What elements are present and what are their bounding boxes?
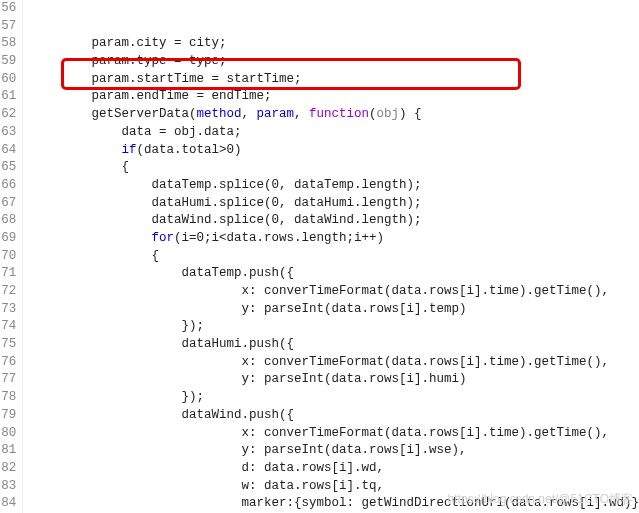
line-number: 63 [0,124,16,142]
code-line[interactable]: { [31,159,639,177]
code-token: dataTemp.push({ [181,266,294,280]
code-line[interactable]: dataWind.push({ [31,407,639,425]
line-number: 83 [0,478,16,496]
code-token: function [309,107,369,121]
code-line[interactable]: x: converTimeFormat(data.rows[i].time).g… [31,283,639,301]
code-line[interactable]: param.startTime = startTime; [31,71,639,89]
code-line[interactable]: param.endTime = endTime; [31,88,639,106]
code-token: dataWind.push({ [181,408,294,422]
line-number: 57 [0,18,16,36]
code-token: marker:{symbol: getWindDirectionUrl(data… [241,496,639,510]
code-token: , [294,107,309,121]
code-line[interactable]: y: parseInt(data.rows[i].humi) [31,371,639,389]
code-line[interactable]: { [31,248,639,266]
line-number-gutter: 5657585960616263646566676869707172737475… [0,0,23,513]
code-token: param.type = type; [91,54,226,68]
code-line[interactable]: dataHumi.push({ [31,336,639,354]
line-number: 84 [0,495,16,513]
code-line[interactable]: y: parseInt(data.rows[i].temp) [31,301,639,319]
line-number: 73 [0,301,16,319]
line-number: 69 [0,230,16,248]
code-token: param.startTime = startTime; [91,72,301,86]
line-number: 59 [0,53,16,71]
line-number: 66 [0,177,16,195]
code-token: data = obj.data; [121,125,241,139]
line-number: 56 [0,0,16,18]
line-number: 74 [0,318,16,336]
code-line[interactable]: y: parseInt(data.rows[i].wse), [31,442,639,460]
code-token: x: converTimeFormat(data.rows[i].time).g… [241,426,609,440]
line-number: 61 [0,88,16,106]
line-number: 60 [0,71,16,89]
code-token: w: data.rows[i].tq, [241,479,384,493]
code-line[interactable]: }); [31,389,639,407]
code-token: ( [369,107,377,121]
line-number: 72 [0,283,16,301]
code-token: (data.total>0) [136,143,241,157]
code-token: for [151,231,174,245]
line-number: 76 [0,354,16,372]
line-number: 67 [0,195,16,213]
code-line[interactable]: param.city = city; [31,35,639,53]
line-number: 58 [0,35,16,53]
code-token: d: data.rows[i].wd, [241,461,384,475]
code-line[interactable]: }); [31,318,639,336]
line-number: 81 [0,442,16,460]
code-token: y: parseInt(data.rows[i].humi) [241,372,466,386]
code-line[interactable]: dataHumi.splice(0, dataHumi.length); [31,195,639,213]
code-editor-area[interactable]: param.city = city; param.type = type; pa… [23,0,639,513]
code-line[interactable]: marker:{symbol: getWindDirectionUrl(data… [31,495,639,513]
code-token: y: parseInt(data.rows[i].temp) [241,302,466,316]
line-number: 77 [0,371,16,389]
code-line[interactable]: w: data.rows[i].tq, [31,478,639,496]
code-token: dataHumi.push({ [181,337,294,351]
code-token: dataTemp.splice(0, dataTemp.length); [151,178,421,192]
code-line[interactable]: dataWind.splice(0, dataWind.length); [31,212,639,230]
code-line[interactable]: for(i=0;i<data.rows.length;i++) [31,230,639,248]
code-token: , [241,107,256,121]
code-token: x: converTimeFormat(data.rows[i].time).g… [241,355,609,369]
code-line[interactable]: dataTemp.splice(0, dataTemp.length); [31,177,639,195]
code-token: param [256,107,294,121]
line-number: 62 [0,106,16,124]
line-number: 78 [0,389,16,407]
code-line[interactable]: param.type = type; [31,53,639,71]
code-token: if [121,143,136,157]
line-number: 79 [0,407,16,425]
line-number: 68 [0,212,16,230]
line-number: 70 [0,248,16,266]
line-number: 65 [0,159,16,177]
code-line[interactable]: getServerData(method, param, function(ob… [31,106,639,124]
code-line[interactable]: d: data.rows[i].wd, [31,460,639,478]
code-token: dataWind.splice(0, dataWind.length); [151,213,421,227]
code-token: param.endTime = endTime; [91,89,271,103]
code-token: ) { [399,107,422,121]
code-token: obj [377,107,400,121]
code-token: }); [181,390,204,404]
code-line[interactable]: x: converTimeFormat(data.rows[i].time).g… [31,354,639,372]
code-token: { [151,249,159,263]
code-token: param.city = city; [91,36,226,50]
line-number: 80 [0,425,16,443]
code-token: x: converTimeFormat(data.rows[i].time).g… [241,284,609,298]
code-token: y: parseInt(data.rows[i].wse), [241,443,466,457]
code-line[interactable]: data = obj.data; [31,124,639,142]
code-token: dataHumi.splice(0, dataHumi.length); [151,196,421,210]
line-number: 64 [0,142,16,160]
line-number: 71 [0,265,16,283]
code-token: getServerData( [91,107,196,121]
code-token: method [196,107,241,121]
code-line[interactable]: x: converTimeFormat(data.rows[i].time).g… [31,425,639,443]
line-number: 75 [0,336,16,354]
code-token: }); [181,319,204,333]
code-line[interactable]: if(data.total>0) [31,142,639,160]
code-token: { [121,160,129,174]
code-token: (i=0;i<data.rows.length;i++) [174,231,384,245]
code-line[interactable]: dataTemp.push({ [31,265,639,283]
line-number: 82 [0,460,16,478]
